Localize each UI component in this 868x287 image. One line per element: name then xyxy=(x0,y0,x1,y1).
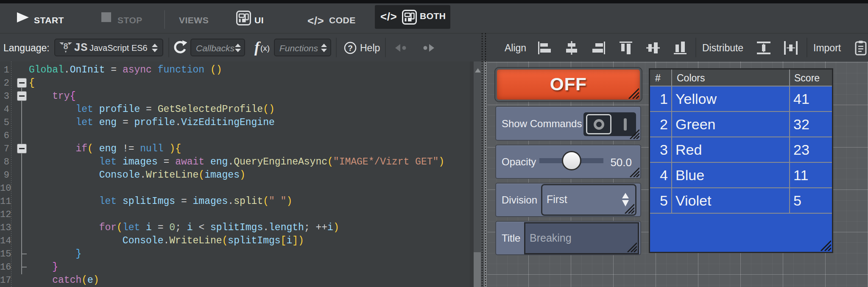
svg-text:8: 8 xyxy=(63,42,68,51)
svg-text:?: ? xyxy=(348,44,353,53)
